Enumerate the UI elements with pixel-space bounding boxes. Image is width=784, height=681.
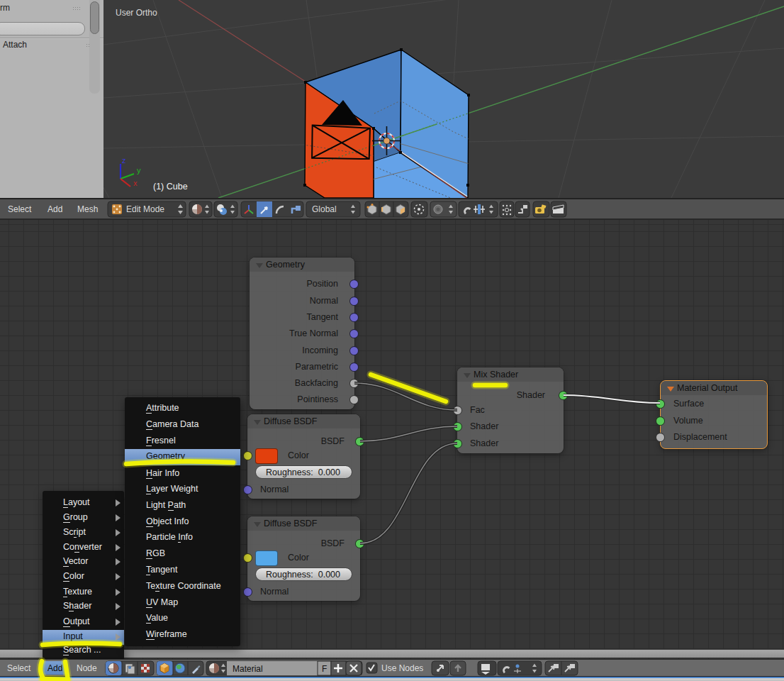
svg-text:Global: Global [312,204,337,214]
svg-text:User Ortho: User Ortho [116,8,157,18]
svg-text:Material: Material [233,664,263,674]
svg-text:y: y [137,166,141,175]
svg-text:Edit Mode: Edit Mode [126,204,164,214]
svg-text:z: z [122,156,126,165]
svg-text:F: F [322,664,327,674]
svg-text:x: x [133,179,138,187]
svg-text:(1) Cube: (1) Cube [153,182,188,192]
